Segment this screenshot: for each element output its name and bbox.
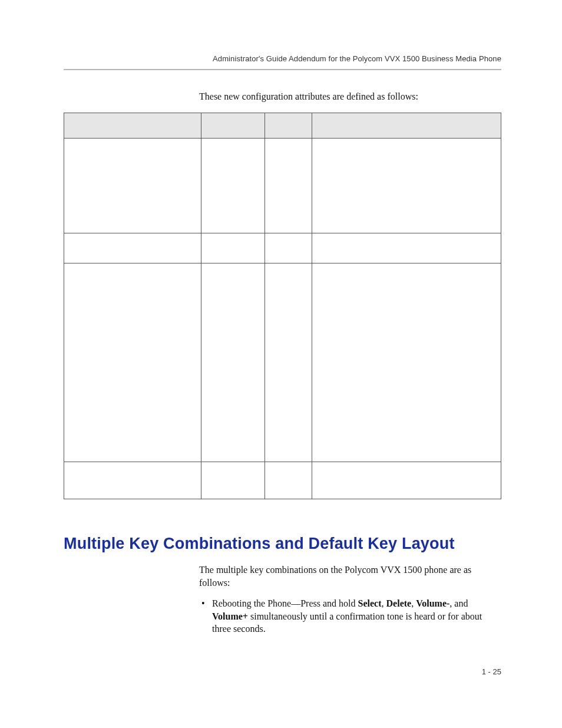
- section-heading: Multiple Key Combinations and Default Ke…: [64, 535, 501, 553]
- header-rule: [64, 69, 501, 70]
- table-row: [64, 139, 501, 233]
- sep: , and: [449, 598, 468, 608]
- table-cell: [201, 263, 265, 462]
- table-header-row: [64, 113, 501, 139]
- table-header-cell: [312, 113, 501, 139]
- table-cell: [312, 233, 501, 263]
- table-cell: [312, 139, 501, 233]
- keyword-volume-plus: Volume+: [212, 611, 248, 621]
- table-header-cell: [201, 113, 265, 139]
- section-paragraph: The multiple key combinations on the Pol…: [199, 564, 501, 589]
- table-cell: [312, 462, 501, 499]
- section-body: The multiple key combinations on the Pol…: [199, 564, 501, 635]
- table-cell: [201, 139, 265, 233]
- config-attributes-table: [64, 113, 501, 499]
- table-cell: [201, 233, 265, 263]
- table-cell: [265, 462, 312, 499]
- table-cell: [64, 233, 201, 263]
- bullet-text: Rebooting the Phone—Press and hold: [212, 598, 358, 608]
- keyword-volume-minus: Volume-: [416, 598, 449, 608]
- list-item: Rebooting the Phone—Press and hold Selec…: [199, 597, 501, 635]
- bullet-list: Rebooting the Phone—Press and hold Selec…: [199, 597, 501, 635]
- table-row: [64, 462, 501, 499]
- table-row: [64, 233, 501, 263]
- keyword-select: Select: [358, 598, 382, 608]
- table-cell: [201, 462, 265, 499]
- table-cell: [312, 263, 501, 462]
- running-header: Administrator's Guide Addendum for the P…: [64, 54, 501, 63]
- keyword-delete: Delete: [386, 598, 412, 608]
- sep: ,: [382, 598, 386, 608]
- table-cell: [64, 263, 201, 462]
- table-header-cell: [265, 113, 312, 139]
- table-cell: [64, 462, 201, 499]
- table-row: [64, 263, 501, 462]
- sep: ,: [411, 598, 416, 608]
- table-cell: [265, 139, 312, 233]
- bullet-text: simultaneously until a confirmation tone…: [212, 611, 482, 634]
- table-cell: [64, 139, 201, 233]
- table-header-cell: [64, 113, 201, 139]
- intro-paragraph: These new configuration attributes are d…: [199, 91, 501, 102]
- page-number: 1 - 25: [482, 667, 501, 676]
- page: Administrator's Guide Addendum for the P…: [0, 0, 562, 728]
- table-cell: [265, 233, 312, 263]
- table-cell: [265, 263, 312, 462]
